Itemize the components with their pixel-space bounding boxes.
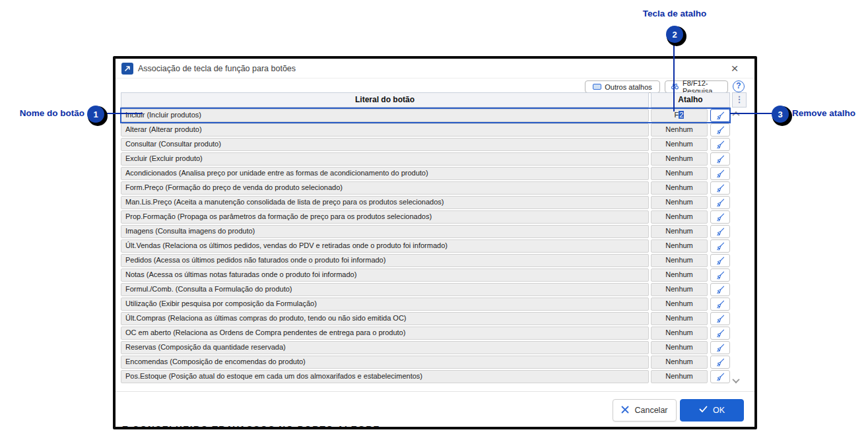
clear-shortcut-button[interactable]: [710, 167, 730, 180]
row-literal[interactable]: Formul./Comb. (Consulta a Formulação do …: [121, 283, 649, 296]
row-literal[interactable]: Prop.Formação (Propaga os parâmetros da …: [121, 210, 649, 224]
table-row[interactable]: Últ.Compras (Relaciona as últimas compra…: [121, 311, 730, 326]
broom-icon: [716, 198, 725, 208]
keyboard-icon: [593, 84, 601, 90]
row-literal[interactable]: Excluir (Excluir produto): [121, 152, 649, 166]
row-literal[interactable]: Últ.Compras (Relaciona as últimas compra…: [121, 312, 649, 325]
row-literal[interactable]: Man.Lis.Preço (Aceita a manutenção conso…: [121, 196, 649, 209]
table-row[interactable]: Pos.Estoque (Posição atual do estoque em…: [121, 369, 730, 384]
table-row[interactable]: Man.Lis.Preço (Aceita a manutenção conso…: [121, 195, 730, 210]
row-shortcut[interactable]: Nenhum: [651, 356, 708, 369]
clear-shortcut-button[interactable]: [710, 283, 730, 296]
row-literal[interactable]: Pedidos (Acessa os últimos pedidos não f…: [121, 254, 649, 267]
row-literal[interactable]: Reservas (Composição da quantidade reser…: [121, 341, 649, 354]
clear-shortcut-button[interactable]: [710, 297, 730, 311]
row-shortcut[interactable]: Nenhum: [651, 196, 708, 209]
clear-shortcut-button[interactable]: [710, 239, 730, 253]
outros-atalhos-button[interactable]: Outros atalhos: [585, 80, 660, 93]
clear-shortcut-button[interactable]: [710, 152, 730, 166]
row-shortcut[interactable]: Nenhum: [651, 181, 708, 195]
broom-icon: [716, 212, 725, 222]
table-row[interactable]: Alterar (Alterar produto) Nenhum: [121, 123, 730, 137]
row-shortcut[interactable]: F2: [651, 109, 708, 122]
page: Nome do botão 1 Tecla de atalho 2 3 Remo…: [0, 0, 868, 438]
check-icon: [699, 406, 708, 415]
row-shortcut[interactable]: Nenhum: [651, 283, 708, 296]
row-literal[interactable]: Últ.Vendas (Relaciona os últimos pedidos…: [121, 239, 649, 253]
table-row[interactable]: Imagens (Consulta imagens do produto) Ne…: [121, 224, 730, 239]
clear-shortcut-button[interactable]: [710, 327, 730, 340]
row-shortcut[interactable]: Nenhum: [651, 123, 708, 137]
scroll-down-icon[interactable]: [733, 378, 739, 384]
row-literal[interactable]: Encomendas (Composição de encomendas do …: [121, 356, 649, 369]
table-row[interactable]: OC em aberto (Relaciona as Ordens de Com…: [121, 326, 730, 340]
row-literal[interactable]: OC em aberto (Relaciona as Ordens de Com…: [121, 327, 649, 340]
clear-shortcut-button[interactable]: [710, 254, 730, 267]
row-literal[interactable]: Acondicionados (Analisa preço por unidad…: [121, 167, 649, 180]
broom-icon: [716, 241, 725, 251]
row-shortcut[interactable]: Nenhum: [651, 327, 708, 340]
app-arrow-icon: [121, 63, 133, 75]
row-shortcut[interactable]: Nenhum: [651, 312, 708, 325]
row-shortcut[interactable]: Nenhum: [651, 268, 708, 282]
clear-shortcut-button[interactable]: [710, 181, 730, 195]
clear-shortcut-button[interactable]: [710, 225, 730, 238]
ok-label: OK: [713, 406, 725, 415]
row-shortcut[interactable]: Nenhum: [651, 297, 708, 311]
help-icon[interactable]: ?: [733, 80, 745, 92]
row-shortcut[interactable]: Nenhum: [651, 370, 708, 383]
table-row[interactable]: Pedidos (Acessa os últimos pedidos não f…: [121, 253, 730, 268]
table-row[interactable]: Utilização (Exibir pesquisa por composiç…: [121, 297, 730, 311]
broom-icon: [716, 358, 725, 367]
row-literal[interactable]: Consultar (Consultar produto): [121, 138, 649, 151]
table-row[interactable]: Acondicionados (Analisa preço por unidad…: [121, 166, 730, 181]
row-shortcut[interactable]: Nenhum: [651, 254, 708, 267]
row-literal[interactable]: Utilização (Exibir pesquisa por composiç…: [121, 297, 649, 311]
row-shortcut[interactable]: Nenhum: [651, 167, 708, 180]
table-row[interactable]: Prop.Formação (Propaga os parâmetros da …: [121, 210, 730, 224]
row-shortcut[interactable]: Nenhum: [651, 239, 708, 253]
clear-shortcut-button[interactable]: [710, 356, 730, 369]
annotation-label-remove-shortcut: Remove atalho: [792, 108, 855, 118]
annotation-label-button-name: Nome do botão: [0, 108, 84, 118]
clear-shortcut-button[interactable]: [710, 312, 730, 325]
row-shortcut[interactable]: Nenhum: [651, 341, 708, 354]
table-row[interactable]: Form.Preço (Formação do preço de venda d…: [121, 181, 730, 195]
row-shortcut[interactable]: Nenhum: [651, 138, 708, 151]
table-row[interactable]: Últ.Vendas (Relaciona os últimos pedidos…: [121, 239, 730, 253]
row-shortcut[interactable]: Nenhum: [651, 210, 708, 224]
clear-shortcut-button[interactable]: [710, 138, 730, 151]
row-shortcut[interactable]: Nenhum: [651, 152, 708, 166]
cancel-button[interactable]: Cancelar: [613, 399, 677, 422]
shortcut-association-dialog: Associação de tecla de função para botõe…: [113, 56, 757, 429]
row-literal[interactable]: Form.Preço (Formação do preço de venda d…: [121, 181, 649, 195]
table-row[interactable]: Encomendas (Composição de encomendas do …: [121, 355, 730, 369]
cancel-label: Cancelar: [634, 406, 667, 415]
table-row[interactable]: Consultar (Consultar produto) Nenhum: [121, 137, 730, 152]
clear-shortcut-button[interactable]: [710, 268, 730, 282]
table-row[interactable]: Reservas (Composição da quantidade reser…: [121, 340, 730, 355]
row-literal[interactable]: Imagens (Consulta imagens do produto): [121, 225, 649, 238]
row-literal[interactable]: Alterar (Alterar produto): [121, 123, 649, 137]
row-shortcut[interactable]: Nenhum: [651, 225, 708, 238]
column-header-literal: Literal do botão: [121, 92, 649, 108]
annotation-line-3: [730, 113, 772, 114]
clear-shortcut-button[interactable]: [710, 123, 730, 137]
clear-shortcut-button[interactable]: [710, 196, 730, 209]
ok-button[interactable]: OK: [680, 399, 744, 422]
broom-icon: [716, 372, 725, 382]
table-row[interactable]: Notas (Acessa os últimas notas faturadas…: [121, 268, 730, 282]
column-menu-icon[interactable]: ⋮: [732, 92, 747, 108]
clear-shortcut-button[interactable]: [710, 210, 730, 224]
table-row[interactable]: Excluir (Excluir produto) Nenhum: [121, 152, 730, 166]
table-row[interactable]: Incluir (Incluir produtos) F2: [121, 108, 730, 123]
annotation-badge-2: 2: [666, 26, 683, 43]
clear-shortcut-button[interactable]: [710, 341, 730, 354]
close-icon[interactable]: ×: [728, 61, 741, 76]
row-literal[interactable]: Pos.Estoque (Posição atual do estoque em…: [121, 370, 649, 383]
row-literal[interactable]: Notas (Acessa os últimas notas faturadas…: [121, 268, 649, 282]
clear-shortcut-button[interactable]: [710, 109, 730, 122]
row-literal[interactable]: Incluir (Incluir produtos): [121, 109, 649, 122]
clear-shortcut-button[interactable]: [710, 370, 730, 383]
table-row[interactable]: Formul./Comb. (Consulta a Formulação do …: [121, 282, 730, 297]
